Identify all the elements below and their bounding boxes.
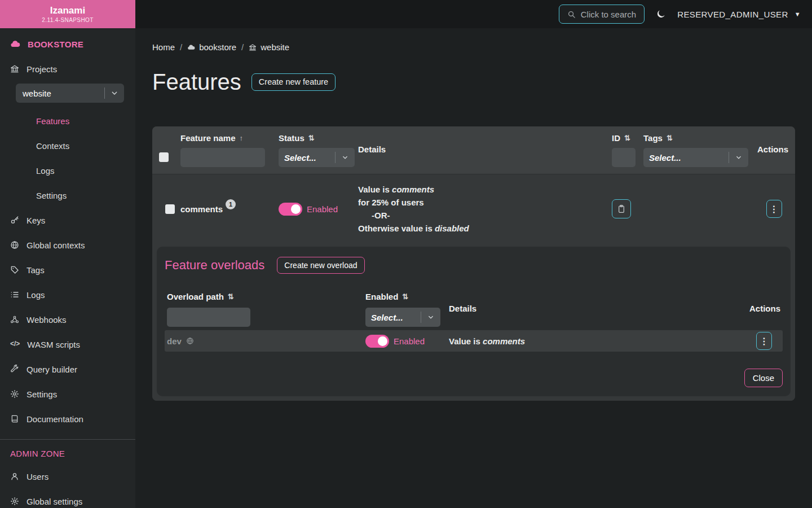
globe-icon — [186, 337, 194, 345]
app-version: 2.11.4-SNAPSHOT — [42, 17, 93, 23]
sort-both-icon[interactable]: ⇅ — [308, 134, 315, 142]
sort-both-icon[interactable]: ⇅ — [667, 134, 673, 142]
project-select-value: website — [16, 89, 104, 98]
column-header-details: Details — [358, 142, 606, 156]
breadcrumb-project[interactable]: website — [249, 42, 289, 52]
enabled-filter-select[interactable]: Select... — [365, 308, 440, 327]
breadcrumb-home[interactable]: Home — [152, 42, 175, 52]
overload-actions-button[interactable]: ⋮ — [756, 332, 772, 350]
project-sub-menu: Features Contexts Logs Settings — [0, 108, 135, 208]
sidebar-item-project-settings[interactable]: Settings — [0, 183, 135, 208]
wrench-icon — [10, 365, 19, 374]
tenant-selector[interactable]: BOOKSTORE — [0, 32, 135, 56]
list-icon — [10, 290, 19, 299]
tags-filter-select[interactable]: Select... — [643, 148, 748, 167]
features-table: Feature name ↑ Status ⇅ Select... Det — [152, 126, 795, 401]
globe-icon — [10, 240, 19, 249]
app-brand[interactable]: Izanami 2.11.4-SNAPSHOT — [0, 0, 135, 28]
username: RESERVED_ADMIN_USER — [677, 10, 788, 19]
moon-icon[interactable] — [656, 9, 666, 19]
feature-actions-button[interactable]: ⋮ — [766, 200, 782, 218]
column-header-overload-path[interactable]: Overload path ⇅ — [167, 290, 365, 303]
chevron-down-icon — [735, 154, 743, 161]
user-menu[interactable]: RESERVED_ADMIN_USER ▼ — [677, 10, 801, 19]
create-overload-button[interactable]: Create new overload — [277, 257, 364, 274]
sidebar-item-settings[interactable]: Settings — [0, 382, 135, 406]
sidebar: BOOKSTORE Projects website Features Cont… — [0, 28, 135, 508]
kebab-icon: ⋮ — [770, 204, 779, 214]
breadcrumb: Home / bookstore / website — [135, 28, 812, 52]
feature-details: Value is comments for 25% of users -OR- … — [358, 183, 469, 235]
sidebar-item-users[interactable]: Users — [0, 464, 135, 489]
sidebar-item-wasm-scripts[interactable]: </> WASM scripts — [0, 332, 135, 357]
page-header: Features Create new feature — [135, 52, 812, 95]
column-header-overload-actions: Actions — [749, 301, 780, 315]
gear-icon — [10, 389, 19, 398]
topbar: Izanami 2.11.4-SNAPSHOT Click to search … — [0, 0, 812, 28]
sort-both-icon[interactable]: ⇅ — [402, 292, 408, 301]
row-checkbox[interactable] — [165, 204, 175, 214]
cloud-icon — [187, 43, 195, 51]
column-header-id[interactable]: ID ⇅ — [612, 131, 638, 144]
sidebar-item-project-logs[interactable]: Logs — [0, 158, 135, 183]
sidebar-item-logs[interactable]: Logs — [0, 282, 135, 307]
breadcrumb-separator: / — [241, 42, 244, 52]
sort-both-icon[interactable]: ⇅ — [624, 134, 630, 142]
create-feature-button[interactable]: Create new feature — [251, 73, 336, 91]
sidebar-item-global-contexts[interactable]: Global contexts — [0, 233, 135, 257]
admin-zone-label: ADMIN ZONE — [0, 443, 135, 464]
building-icon — [249, 43, 257, 51]
sidebar-item-global-settings[interactable]: Global settings — [0, 489, 135, 508]
gear-icon — [10, 497, 19, 506]
sidebar-item-features[interactable]: Features — [0, 108, 135, 133]
feature-name[interactable]: comments — [180, 204, 223, 214]
sidebar-item-keys[interactable]: Keys — [0, 208, 135, 233]
user-icon — [10, 472, 19, 481]
column-header-feature-name[interactable]: Feature name ↑ — [180, 131, 273, 144]
overloads-table-header: Overload path ⇅ Enabled ⇅ Select... — [165, 290, 783, 327]
tag-icon — [10, 265, 19, 274]
building-icon — [10, 64, 19, 73]
tag-count-badge: 1 — [226, 199, 236, 209]
details-or-separator: -OR- — [358, 209, 469, 222]
clipboard-icon — [617, 204, 626, 213]
select-all-checkbox[interactable] — [159, 152, 169, 162]
copy-id-button[interactable] — [612, 199, 631, 218]
chevron-down-icon — [427, 313, 435, 321]
sidebar-item-documentation[interactable]: Documentation — [0, 406, 135, 431]
feature-enabled-toggle[interactable] — [279, 203, 302, 216]
column-header-enabled[interactable]: Enabled ⇅ — [365, 290, 449, 303]
column-header-status[interactable]: Status ⇅ — [279, 131, 358, 144]
sidebar-item-query-builder[interactable]: Query builder — [0, 357, 135, 382]
feature-status-label: Enabled — [307, 204, 338, 214]
search-label: Click to search — [581, 10, 636, 19]
overload-path-filter-input[interactable] — [167, 308, 250, 327]
feature-overloads-panel: Feature overloads Create new overload Ov… — [157, 247, 791, 396]
project-select[interactable]: website — [16, 84, 124, 103]
sidebar-item-contexts[interactable]: Contexts — [0, 133, 135, 158]
feature-name-filter-input[interactable] — [180, 148, 265, 167]
code-icon: </> — [10, 340, 20, 349]
feature-row: comments 1 Enabled Value is comments for… — [152, 174, 795, 243]
sort-both-icon[interactable]: ⇅ — [228, 292, 234, 301]
key-icon — [10, 216, 19, 225]
cloud-icon — [10, 39, 20, 49]
breadcrumb-separator: / — [180, 42, 182, 52]
sidebar-item-tags[interactable]: Tags — [0, 257, 135, 282]
status-filter-select[interactable]: Select... — [279, 148, 355, 167]
topbar-right: Click to search RESERVED_ADMIN_USER ▼ — [559, 5, 812, 24]
sidebar-divider — [0, 439, 135, 440]
main-content: Home / bookstore / website Features Crea… — [135, 28, 812, 508]
breadcrumb-tenant[interactable]: bookstore — [187, 42, 236, 52]
sidebar-item-webhooks[interactable]: Webhooks — [0, 307, 135, 332]
close-overloads-button[interactable]: Close — [744, 369, 783, 387]
sidebar-item-projects[interactable]: Projects — [0, 56, 135, 81]
overload-enabled-toggle[interactable] — [365, 335, 389, 348]
book-icon — [10, 414, 19, 423]
column-header-tags[interactable]: Tags ⇅ — [643, 131, 753, 144]
search-button[interactable]: Click to search — [559, 5, 645, 24]
id-filter-input[interactable] — [612, 148, 636, 167]
sort-asc-icon[interactable]: ↑ — [240, 134, 244, 142]
search-icon — [567, 10, 576, 19]
overload-path: dev — [167, 336, 182, 346]
